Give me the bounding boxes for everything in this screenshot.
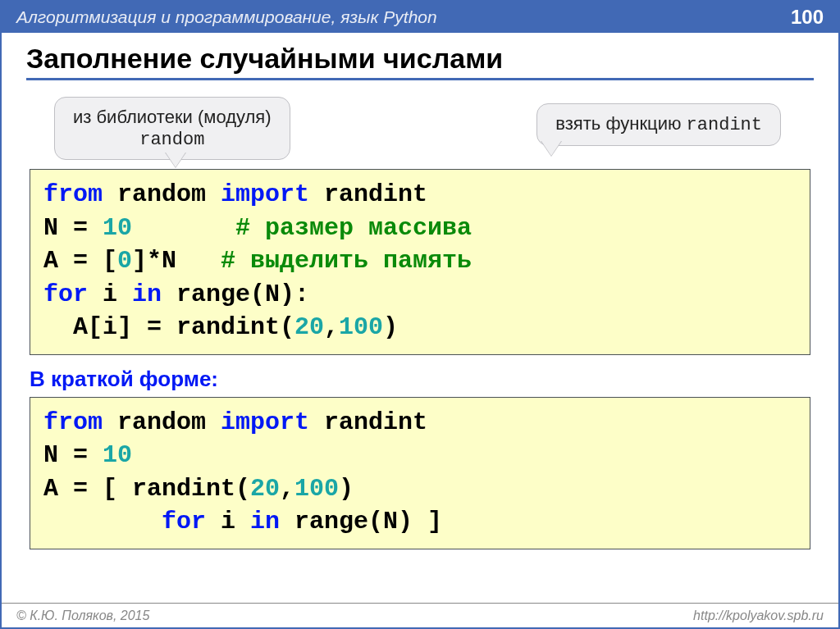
code-text: N = [43,441,103,469]
code-text: i [88,280,132,308]
code-text: i [206,508,250,536]
callout-function-text: взять функцию [555,113,686,134]
keyword: in [132,280,162,308]
keyword: import [221,180,309,208]
code-text: A = [ randint( [43,475,250,503]
keyword: for [162,508,206,536]
number: 100 [294,475,339,503]
code-text: ) [383,313,398,341]
callout-library-line1: из библиотеки (модуля) [73,106,272,129]
topbar: Алгоритмизация и программирование, язык … [2,2,838,33]
content: Заполнение случайными числами из библиот… [2,33,838,549]
code-text: random [103,408,221,436]
topic: Алгоритмизация и программирование, язык … [16,7,437,27]
callout-library-line2: random [73,129,272,152]
number: 10 [103,441,132,469]
code-text: , [280,475,294,503]
code-text: randint [309,180,427,208]
code-text: , [324,313,339,341]
callout-function: взять функцию randint [536,103,781,146]
footer-copyright: © К.Ю. Поляков, 2015 [16,608,149,623]
code-text [43,508,162,536]
keyword: import [221,408,309,436]
footer: © К.Ю. Поляков, 2015 http://kpolyakov.sp… [2,603,838,627]
keyword: from [43,180,103,208]
number: 20 [294,313,324,341]
slide-title: Заполнение случайными числами [26,43,814,75]
code-text: N = [43,214,103,242]
code-text: range(N) ] [280,508,442,536]
callouts-row: из библиотеки (модуля) random взять функ… [26,97,814,162]
title-rule [26,78,814,80]
code-block-short: from random import randint N = 10 A = [ … [30,397,810,549]
subheading-short-form: В краткой форме: [30,367,810,392]
comment: # размер массива [235,214,472,242]
code-text: random [103,180,221,208]
number: 10 [103,214,132,242]
keyword: for [43,280,88,308]
code-text: ]*N [132,247,221,275]
comment: # выделить память [221,247,472,275]
callout-tail [541,141,561,156]
keyword: in [250,508,280,536]
callout-tail [166,153,185,167]
code-text: A[i] = randint( [43,313,294,341]
callout-library: из библиотеки (модуля) random [54,97,290,160]
page-number: 100 [791,6,824,29]
keyword: from [43,408,103,436]
code-text: range(N): [162,280,309,308]
code-text: randint [309,408,427,436]
slide: Алгоритмизация и программирование, язык … [0,0,840,629]
number: 20 [250,475,280,503]
code-block-main: from random import randint N = 10 # разм… [30,169,810,355]
footer-url: http://kpolyakov.spb.ru [693,608,824,623]
number: 0 [117,247,132,275]
code-text: ) [339,475,368,503]
number: 100 [339,313,383,341]
code-text [132,214,235,242]
callout-function-mono: randint [687,115,762,135]
code-text: A = [ [43,247,117,275]
